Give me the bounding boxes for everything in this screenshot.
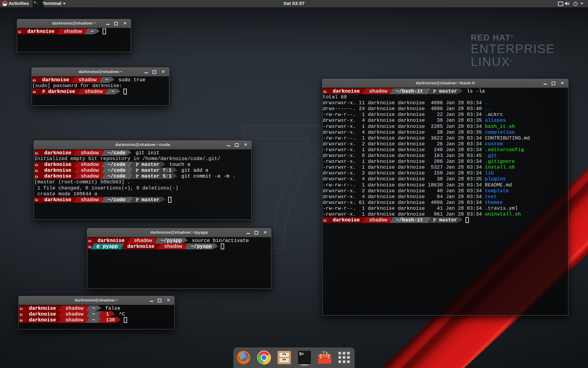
svg-text:$>: $> xyxy=(299,352,304,356)
